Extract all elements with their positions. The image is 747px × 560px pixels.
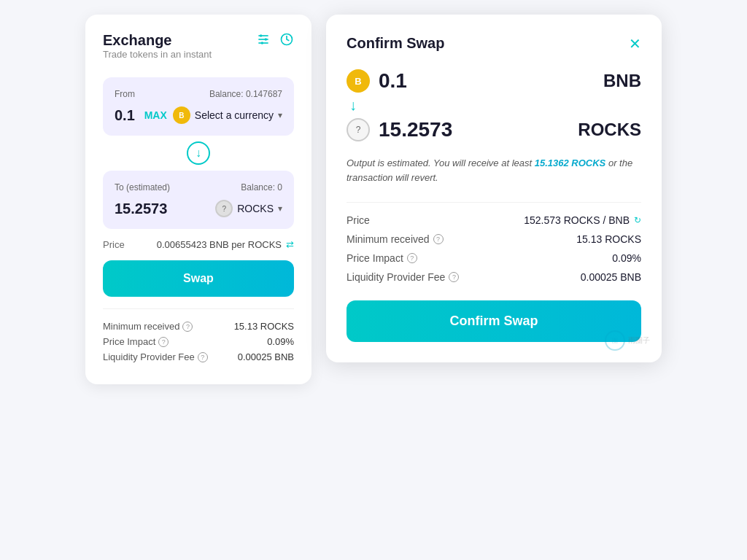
confirm-bnb-icon: B <box>347 69 370 93</box>
confirm-lp-fee-value: 0.00025 BNB <box>581 271 641 283</box>
swap-direction-button[interactable]: ↓ <box>187 141 210 165</box>
confirm-rocks-icon: ? <box>347 118 370 141</box>
confirm-to-amount: 15.2573 <box>379 118 452 141</box>
svg-point-4 <box>265 38 267 40</box>
history-icon[interactable] <box>279 32 294 50</box>
lp-fee-row: Liquidity Provider Fee ? 0.00025 BNB <box>103 351 294 362</box>
min-received-label: Minimum received ? <box>103 321 193 332</box>
close-button[interactable]: ✕ <box>629 36 641 51</box>
settings-icon[interactable] <box>256 32 271 50</box>
from-label: From <box>115 89 135 99</box>
from-box: From Balance: 0.147687 0.1 MAX B Select … <box>103 77 294 136</box>
confirm-price-impact-help-icon[interactable]: ? <box>407 253 417 263</box>
confirm-swap-modal: Confirm Swap ✕ B 0.1 BNB ↓ ? 15.2573 ROC… <box>326 15 662 362</box>
panel-title: Exchange <box>103 32 212 49</box>
min-received-row: Minimum received ? 15.13 ROCKS <box>103 321 294 332</box>
lp-fee-label: Liquidity Provider Fee ? <box>103 351 208 362</box>
watermark-text: 雨圈子 <box>628 335 650 346</box>
price-impact-row: Price Impact ? 0.09% <box>103 336 294 347</box>
confirm-price-impact-label: Price Impact ? <box>347 252 417 264</box>
confirm-to-row: ? 15.2573 ROCKS <box>347 118 641 141</box>
swap-arrows-icon[interactable]: ⇄ <box>286 239 294 250</box>
estimated-text: Output is estimated. You will receive at… <box>347 156 641 184</box>
confirm-price-row: Price 152.573 ROCKS / BNB ↻ <box>347 214 641 226</box>
from-input-row: 0.1 MAX B Select a currency ▾ <box>115 106 282 124</box>
modal-header: Confirm Swap ✕ <box>347 35 641 52</box>
exchange-panel: Exchange Trade tokens in an instant <box>85 15 311 384</box>
svg-point-5 <box>261 42 263 44</box>
to-label-row: To (estimated) Balance: 0 <box>115 182 282 192</box>
to-label: To (estimated) <box>115 182 170 192</box>
min-amount-link: 15.1362 ROCKS <box>535 158 606 168</box>
from-amount[interactable]: 0.1 <box>115 107 139 124</box>
modal-title: Confirm Swap <box>347 35 444 52</box>
confirm-price-label: Price <box>347 214 370 226</box>
panel-header: Exchange Trade tokens in an instant <box>103 32 294 74</box>
chevron-down-icon: ▾ <box>278 110 282 120</box>
confirm-price-impact-row: Price Impact ? 0.09% <box>347 252 641 264</box>
confirm-lp-fee-label: Liquidity Provider Fee ? <box>347 271 459 283</box>
rocks-icon: ? <box>215 200 233 217</box>
to-amount[interactable]: 15.2573 <box>115 201 209 217</box>
min-received-help-icon[interactable]: ? <box>182 322 193 332</box>
confirm-arrow-icon: ↓ <box>349 97 641 114</box>
lp-fee-help-icon[interactable]: ? <box>198 352 208 362</box>
confirm-min-received-help-icon[interactable]: ? <box>433 234 444 244</box>
header-icons <box>256 32 294 50</box>
price-impact-help-icon[interactable]: ? <box>158 337 169 347</box>
confirm-swap-button[interactable]: Confirm Swap <box>347 300 641 342</box>
from-currency-label: Select a currency <box>195 109 274 121</box>
confirm-price-value: 152.573 ROCKS / BNB <box>524 214 630 226</box>
confirm-from-amount: 0.1 <box>379 69 407 93</box>
confirm-to-left: ? 15.2573 <box>347 118 452 141</box>
confirm-min-received-label: Minimum received ? <box>347 233 444 245</box>
confirm-from-row: B 0.1 BNB <box>347 69 641 93</box>
confirm-min-received-value: 15.13 ROCKS <box>576 233 641 245</box>
refresh-icon[interactable]: ↻ <box>634 215 641 225</box>
divider <box>347 202 641 203</box>
price-label: Price <box>103 239 125 250</box>
details-box: Minimum received ? 15.13 ROCKS Price Imp… <box>103 308 294 362</box>
from-currency-selector[interactable]: B Select a currency ▾ <box>173 106 282 124</box>
bnb-icon: B <box>173 106 190 124</box>
to-chevron-icon: ▾ <box>278 203 282 214</box>
confirm-price-impact-value: 0.09% <box>612 252 641 264</box>
confirm-lp-fee-row: Liquidity Provider Fee ? 0.00025 BNB <box>347 271 641 283</box>
min-received-value: 15.13 ROCKS <box>234 321 294 332</box>
confirm-to-currency: ROCKS <box>578 120 641 140</box>
watermark-icon: 圈 <box>605 330 625 351</box>
price-value: 0.00655423 BNB per ROCKS <box>157 239 282 250</box>
confirm-price-value-container: 152.573 ROCKS / BNB ↻ <box>524 214 641 226</box>
to-input-row: 15.2573 ? ROCKS ▾ <box>115 200 282 217</box>
price-value-container: 0.00655423 BNB per ROCKS ⇄ <box>157 239 294 250</box>
from-label-row: From Balance: 0.147687 <box>115 89 282 99</box>
to-currency-selector[interactable]: ? ROCKS ▾ <box>215 200 282 217</box>
confirm-min-received-row: Minimum received ? 15.13 ROCKS <box>347 233 641 245</box>
confirm-lp-fee-help-icon[interactable]: ? <box>449 272 459 282</box>
arrow-container: ↓ <box>103 141 294 165</box>
to-currency-label: ROCKS <box>237 203 274 214</box>
confirm-from-currency: BNB <box>603 71 641 91</box>
to-box: To (estimated) Balance: 0 15.2573 ? ROCK… <box>103 171 294 229</box>
from-balance: Balance: 0.147687 <box>209 89 282 99</box>
lp-fee-value: 0.00025 BNB <box>238 351 294 362</box>
price-row: Price 0.00655423 BNB per ROCKS ⇄ <box>103 239 294 250</box>
svg-point-3 <box>260 34 262 36</box>
confirm-from-left: B 0.1 <box>347 69 407 93</box>
confirm-details: Price 152.573 ROCKS / BNB ↻ Minimum rece… <box>347 214 641 283</box>
swap-button[interactable]: Swap <box>103 260 294 297</box>
price-impact-value: 0.09% <box>267 336 294 347</box>
max-button[interactable]: MAX <box>144 109 167 121</box>
watermark: 圈 雨圈子 <box>605 330 650 351</box>
price-impact-label: Price Impact ? <box>103 336 169 347</box>
to-balance: Balance: 0 <box>241 182 282 192</box>
panel-subtitle: Trade tokens in an instant <box>103 49 212 60</box>
